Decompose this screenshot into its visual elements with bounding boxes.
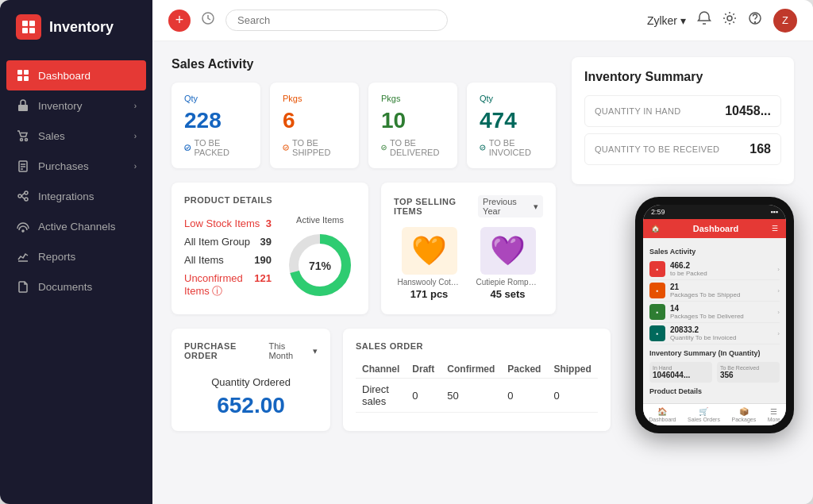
product-list: Low Stock Items 3 All Item Group 39 All … bbox=[184, 214, 272, 302]
phone-content: Sales Activity ▪ 466.2 to be Packed › bbox=[643, 238, 786, 403]
sidebar-nav: Dashboard Inventory › bbox=[0, 54, 152, 504]
chevron-down-icon: ▾ bbox=[534, 202, 538, 212]
phone-item-content-3: 14 Packages To be Delivered bbox=[670, 304, 773, 320]
so-cell-draft: 0 bbox=[406, 379, 441, 413]
phone-activity-item-3: ▪ 14 Packages To be Delivered › bbox=[649, 302, 780, 323]
help-icon[interactable] bbox=[748, 11, 762, 29]
sidebar-item-inventory[interactable]: Inventory › bbox=[0, 90, 152, 121]
activity-cards: Qty 228 TO BE PACKED Pkgs 6 TO BE bbox=[171, 83, 556, 168]
dashboard-icon bbox=[16, 68, 30, 83]
svg-point-17 bbox=[25, 198, 28, 201]
sidebar-item-active-channels[interactable]: Active Channels bbox=[0, 211, 152, 241]
card-number: 474 bbox=[480, 108, 543, 133]
selling-items: 🧡 Hanswooly Cotton Cas... 171 pcs 💜 Cuti… bbox=[394, 227, 543, 300]
so-col-channel: Channel bbox=[356, 360, 406, 379]
phone-signal-icon: ▪▪▪ bbox=[770, 208, 778, 216]
phone-screen: 2:59 ▪▪▪ 🏠 Dashboard ☰ Sales Activity bbox=[643, 205, 786, 425]
phone-item-content-2: 21 Packages To be Shipped bbox=[670, 283, 773, 298]
phone-activity-item-2: ▪ 21 Packages To be Shipped › bbox=[649, 280, 780, 302]
content-area: Sales Activity Qty 228 TO BE PACKED Pkgs bbox=[152, 41, 813, 504]
po-qty-label: Quantity Ordered bbox=[184, 376, 318, 388]
chevron-right-icon: › bbox=[134, 102, 137, 110]
svg-point-20 bbox=[22, 230, 24, 232]
top-selling-title: TOP SELLING ITEMS bbox=[394, 197, 478, 216]
phone-inv-box-hand: In Hand 1046044... bbox=[649, 362, 712, 383]
card-unit: Qty bbox=[184, 94, 248, 103]
top-selling-header: TOP SELLING ITEMS Previous Year ▾ bbox=[394, 195, 543, 217]
phone-sales-title: Sales Activity bbox=[649, 248, 780, 256]
avatar: Z bbox=[773, 9, 797, 33]
so-col-confirmed: Confirmed bbox=[441, 360, 501, 379]
sidebar-item-purchases[interactable]: Purchases › bbox=[0, 151, 152, 181]
right-column: Inventory Summary QUANTITY IN HAND 10458… bbox=[572, 57, 794, 488]
phone-nav-home-icon: 🏠 bbox=[657, 407, 667, 416]
phone-nav-home: 🏠 Dashboard bbox=[649, 407, 676, 422]
phone-menu-icon: ☰ bbox=[772, 225, 778, 233]
product-row-lowstock[interactable]: Low Stock Items 3 bbox=[184, 214, 272, 233]
svg-rect-7 bbox=[24, 76, 29, 81]
purchase-order-card: PURCHASE ORDER This Month ▾ Quantity Ord… bbox=[171, 329, 330, 431]
sales-icon bbox=[16, 129, 30, 143]
svg-rect-0 bbox=[22, 21, 28, 26]
phone-time: 2:59 bbox=[651, 208, 665, 216]
product-details-card: PRODUCT DETAILS Low Stock Items 3 All It… bbox=[171, 183, 368, 314]
activity-card-invoiced[interactable]: Qty 474 TO BE INVOICED bbox=[467, 83, 556, 168]
svg-rect-2 bbox=[22, 28, 28, 33]
sales-order-card: SALES ORDER Channel Draft Confirmed Pack… bbox=[343, 329, 611, 431]
search-input[interactable] bbox=[225, 10, 448, 31]
documents-icon bbox=[16, 279, 30, 294]
search-bar bbox=[225, 10, 448, 31]
top-selling-card: TOP SELLING ITEMS Previous Year ▾ 🧡 Hans… bbox=[381, 183, 556, 314]
phone-home-icon: 🏠 bbox=[651, 225, 660, 233]
period-select[interactable]: Previous Year ▾ bbox=[478, 195, 543, 217]
svg-point-9 bbox=[21, 139, 23, 141]
main-panel: + Zylker ▾ bbox=[152, 0, 813, 504]
card-desc: TO BE PACKED bbox=[184, 138, 248, 157]
history-button[interactable] bbox=[200, 10, 216, 30]
header-right: Zylker ▾ bbox=[647, 9, 797, 33]
bell-icon[interactable] bbox=[697, 11, 711, 29]
svg-point-26 bbox=[755, 22, 756, 23]
org-name[interactable]: Zylker ▾ bbox=[647, 14, 686, 27]
chevron-down-icon: ▾ bbox=[680, 14, 686, 27]
phone-nav-more: ☰ More bbox=[768, 407, 780, 422]
phone-dot-2: ▪ bbox=[649, 283, 665, 298]
po-qty-value: 652.00 bbox=[184, 393, 318, 418]
settings-icon[interactable] bbox=[722, 11, 737, 29]
phone-dot-1: ▪ bbox=[649, 261, 665, 277]
item-image-1: 🧡 bbox=[402, 227, 457, 275]
po-period-select[interactable]: This Month ▾ bbox=[268, 341, 318, 360]
so-col-draft: Draft bbox=[406, 360, 441, 379]
donut-label: Active Items bbox=[296, 215, 344, 225]
selling-item-1[interactable]: 🧡 Hanswooly Cotton Cas... 171 pcs bbox=[394, 227, 464, 300]
activity-card-packed[interactable]: Qty 228 TO BE PACKED bbox=[171, 83, 260, 168]
sidebar-item-reports[interactable]: Reports bbox=[0, 241, 152, 271]
app-title: Inventory bbox=[49, 19, 114, 36]
so-table: Channel Draft Confirmed Packed Shipped D… bbox=[356, 360, 598, 413]
add-button[interactable]: + bbox=[168, 10, 191, 32]
sidebar-item-documents[interactable]: Documents bbox=[0, 271, 152, 302]
phone-nav-sales: 🛒 Sales Orders bbox=[688, 407, 720, 422]
sidebar-item-label: Integrations bbox=[38, 190, 94, 202]
card-desc: TO BE DELIVERED bbox=[381, 138, 445, 157]
svg-point-15 bbox=[18, 194, 21, 198]
product-row-itemgroup: All Item Group 39 bbox=[184, 233, 272, 251]
selling-item-2[interactable]: 💜 Cutiepie Rompers-spo... 45 sets bbox=[472, 227, 543, 300]
svg-rect-5 bbox=[24, 70, 29, 75]
phone-activity-item-4: ▪ 20833.2 Quantity To be Invoiced › bbox=[649, 323, 780, 344]
sidebar-item-dashboard[interactable]: Dashboard bbox=[6, 60, 146, 90]
product-row-unconfirmed[interactable]: Unconfirmed Items ⓘ 121 bbox=[184, 269, 272, 302]
card-unit: Pkgs bbox=[381, 94, 445, 103]
inv-value-to-receive: 168 bbox=[749, 142, 771, 156]
item-qty-2: 45 sets bbox=[490, 288, 525, 300]
card-number: 6 bbox=[283, 108, 346, 133]
sidebar-item-integrations[interactable]: Integrations bbox=[0, 181, 152, 211]
svg-point-24 bbox=[727, 16, 732, 21]
inventory-icon bbox=[16, 98, 30, 113]
activity-card-shipped[interactable]: Pkgs 6 TO BE SHIPPED bbox=[270, 83, 359, 168]
svg-rect-6 bbox=[17, 76, 22, 81]
activity-card-delivered[interactable]: Pkgs 10 TO BE DELIVERED bbox=[368, 83, 457, 168]
phone-item-content-4: 20833.2 Quantity To be Invoiced bbox=[670, 325, 773, 341]
donut-chart: 71% bbox=[284, 229, 356, 301]
sidebar-item-sales[interactable]: Sales › bbox=[0, 121, 152, 151]
